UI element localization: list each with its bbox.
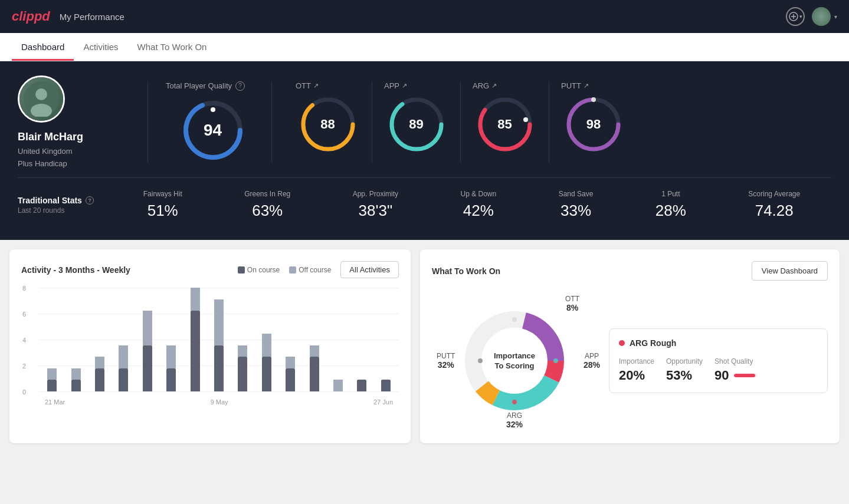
tab-activities[interactable]: Activities: [74, 42, 127, 61]
bar-group-6: [184, 288, 205, 391]
activity-chart-panel: Activity - 3 Months - Weekly On course O…: [9, 249, 411, 443]
player-handicap: Plus Handicap: [18, 159, 67, 168]
all-activities-button[interactable]: All Activities: [340, 261, 399, 278]
off-course-bar: [310, 345, 319, 357]
bar-stack: [119, 345, 128, 391]
bar-stack: [47, 368, 57, 391]
off-course-bar: [71, 368, 81, 380]
legend-off-course: Off course: [289, 266, 331, 274]
on-course-bar: [262, 357, 271, 391]
svg-point-24: [482, 328, 547, 393]
bar-stack: [143, 311, 152, 391]
stat-greens-in-reg: Greens In Reg 63%: [244, 190, 290, 220]
bar-stack: [214, 299, 224, 391]
hero-section: Blair McHarg United Kingdom Plus Handica…: [0, 61, 849, 240]
stat-scoring-average: Scoring Average 74.28: [748, 190, 800, 220]
chart-panel-header: Activity - 3 Months - Weekly On course O…: [21, 261, 399, 278]
chart-area: 8 6 4 2 0: [21, 288, 399, 406]
detail-card: ARG Rough Importance 20% Opportunity 53%…: [609, 328, 828, 393]
tab-what-to-work-on[interactable]: What To Work On: [128, 42, 217, 61]
detail-card-title: ARG Rough: [619, 338, 818, 348]
bar-group-5: [160, 288, 182, 391]
stat-up-down: Up & Down 42%: [461, 190, 497, 220]
off-course-bar: [119, 345, 128, 368]
category-scores: OTT ↗ 88 APP ↗: [284, 81, 831, 163]
trend-arrow-arg: ↗: [491, 82, 497, 90]
off-course-bar: [166, 345, 176, 368]
bar-stack: [262, 334, 271, 391]
bar-group-7: [208, 288, 230, 391]
off-course-bar: [238, 345, 247, 357]
bar-stack: [333, 380, 343, 391]
total-quality: Total Player Quality ? 94: [166, 81, 272, 163]
trad-stats-title: Traditional Stats ?: [18, 196, 112, 205]
chart-panel-title: Activity - 3 Months - Weekly: [21, 265, 130, 275]
add-button[interactable]: ▾: [786, 7, 805, 26]
player-country: United Kingdom: [18, 147, 73, 156]
off-course-bar: [333, 380, 343, 391]
info-icon[interactable]: ?: [235, 81, 245, 91]
arg-dial: 85: [476, 95, 535, 154]
player-info: Blair McHarg United Kingdom Plus Handica…: [18, 75, 136, 168]
bar-group-11: [303, 288, 324, 391]
bar-group-2: [89, 288, 110, 391]
detail-card-area: ARG Rough Importance 20% Opportunity 53%…: [609, 290, 828, 431]
on-course-bar: [381, 380, 391, 391]
svg-text:Importance: Importance: [494, 351, 535, 360]
donut-chart-area: OTT 8% APP 28% ARG 32% PUTT 32%: [432, 290, 597, 431]
svg-point-15: [523, 117, 528, 122]
x-axis: 21 Mar 9 May 27 Jun: [39, 398, 399, 406]
total-quality-dial: 94: [181, 98, 245, 163]
importance-metric: Importance 20%: [619, 357, 654, 383]
bar-group-12: [327, 288, 349, 391]
opportunity-metric: Opportunity 53%: [666, 357, 703, 383]
bar-group-14: [375, 288, 396, 391]
off-course-bar: [47, 368, 57, 380]
chevron-down-icon: ▾: [799, 14, 802, 19]
off-course-bar: [95, 357, 104, 368]
ott-dial: 88: [299, 95, 358, 154]
putt-score: 98: [586, 117, 601, 132]
on-course-bar: [166, 368, 176, 391]
bars-container: [39, 288, 399, 391]
on-course-bar: [310, 357, 319, 391]
shot-quality-bar: [734, 374, 758, 377]
svg-point-4: [35, 88, 47, 100]
svg-point-27: [512, 317, 517, 322]
tab-dashboard[interactable]: Dashboard: [12, 42, 74, 61]
avatar: [812, 7, 831, 26]
chart-legend: On course Off course: [238, 266, 332, 274]
bar-stack: [71, 368, 81, 391]
app-dial: 89: [387, 95, 446, 154]
trad-stats-subtitle: Last 20 rounds: [18, 206, 112, 215]
bar-group-4: [137, 288, 158, 391]
bar-group-1: [65, 288, 86, 391]
red-indicator-dot: [619, 340, 625, 346]
app-label: APP ↗: [384, 81, 407, 90]
wtwo-title: What To Work On: [432, 266, 500, 276]
off-course-dot: [289, 266, 296, 274]
ott-label: OTT ↗: [296, 81, 319, 90]
bar-group-9: [256, 288, 277, 391]
bar-stack: [95, 357, 104, 391]
ott-score: 88: [320, 117, 335, 132]
avatar-button[interactable]: ▾: [812, 7, 837, 26]
bar-group-3: [113, 288, 134, 391]
on-course-bar: [238, 357, 247, 391]
on-course-bar: [214, 345, 224, 391]
avatar-image: [19, 77, 63, 121]
trad-info-icon[interactable]: ?: [86, 196, 94, 205]
app-score: 89: [409, 117, 423, 132]
chevron-down-icon: ▾: [834, 14, 837, 20]
app-donut-label: APP 28%: [584, 352, 600, 370]
off-course-bar: [262, 334, 271, 357]
off-course-bar: [214, 299, 224, 345]
view-dashboard-button[interactable]: View Dashboard: [752, 261, 828, 281]
on-course-bar: [119, 368, 128, 391]
shot-quality-metric: Shot Quality 90: [714, 357, 757, 383]
stat-sand-save: Sand Save 33%: [559, 190, 594, 220]
header-title: My Performance: [60, 12, 124, 22]
stat-fairways-hit: Fairways Hit 51%: [143, 190, 182, 220]
wtwo-content: OTT 8% APP 28% ARG 32% PUTT 32%: [432, 290, 828, 431]
detail-metrics: Importance 20% Opportunity 53% Shot Qual…: [619, 357, 818, 383]
